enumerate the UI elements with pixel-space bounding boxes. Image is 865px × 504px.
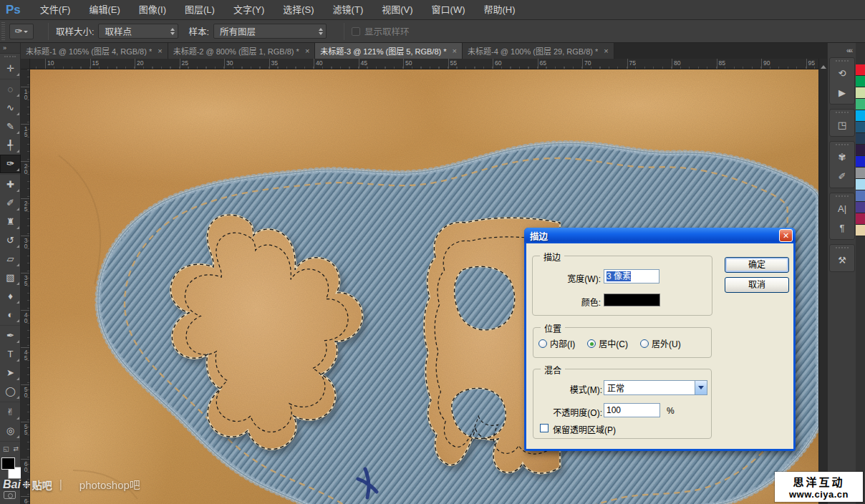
- color-swatch-8[interactable]: [856, 156, 865, 168]
- color-swatch-12[interactable]: [856, 202, 865, 213]
- document-tab-3[interactable]: 未标题-3 @ 121% (图层 5, RGB/8) *×: [315, 43, 463, 59]
- foreground-color-swatch[interactable]: [1, 457, 15, 470]
- zoom-tool[interactable]: ◎: [0, 422, 21, 440]
- menu-item-6[interactable]: 滤镜(T): [324, 0, 373, 20]
- color-swatch-3[interactable]: [856, 99, 865, 110]
- preserve-transparency-label: 保留透明区域(P): [553, 423, 616, 435]
- color-swatch-7[interactable]: [856, 145, 865, 156]
- color-swatch-2[interactable]: [856, 87, 865, 99]
- menu-item-0[interactable]: 文件(F): [31, 0, 80, 20]
- color-swatch-1[interactable]: [856, 76, 865, 87]
- ellipse-tool[interactable]: ◯: [0, 382, 21, 401]
- crop-tool[interactable]: ╃: [0, 136, 21, 155]
- preserve-transparency-checkbox[interactable]: [540, 424, 549, 432]
- lasso-tool[interactable]: ∿: [0, 99, 21, 117]
- show-sampling-ring-label: 显示取样环: [364, 24, 410, 38]
- tab-close-icon[interactable]: ×: [604, 47, 608, 55]
- swap-colors-icon[interactable]: ⇄: [13, 445, 19, 452]
- position-radio-0[interactable]: 内部(I): [538, 337, 575, 349]
- eraser-tool[interactable]: ▱: [0, 250, 21, 268]
- color-swatch-5[interactable]: [856, 122, 865, 133]
- chevron-down-icon: [24, 31, 28, 35]
- menu-item-9[interactable]: 帮助(H): [475, 0, 525, 20]
- hand-tool[interactable]: ✌: [0, 403, 21, 422]
- marquee-tool[interactable]: ◌: [0, 80, 21, 99]
- position-group: 位置 内部(I)居中(C)居外(U): [533, 327, 712, 358]
- tool-presets-panel-icon[interactable]: ⚒: [830, 251, 854, 270]
- quick-mask-button[interactable]: [4, 491, 16, 499]
- ok-button[interactable]: 确定: [725, 257, 789, 273]
- history-panel-icon[interactable]: ⟲: [830, 64, 854, 83]
- document-tab-1[interactable]: 未标题-1 @ 105% (图层 4, RGB/8) *×: [21, 43, 168, 59]
- path-selection-tool[interactable]: ➤: [0, 364, 21, 382]
- position-radio-2[interactable]: 居外(U): [640, 337, 681, 349]
- actions-panel-icon[interactable]: ▶: [830, 83, 854, 102]
- gradient-tool[interactable]: ▧: [0, 268, 21, 287]
- blend-mode-select[interactable]: 正常: [604, 380, 707, 395]
- ruler-tick: [135, 59, 135, 69]
- move-tool[interactable]: ✛: [0, 59, 21, 78]
- pen-tool[interactable]: ✒: [0, 326, 21, 345]
- dialog-close-button[interactable]: ✕: [779, 229, 793, 242]
- stroke-color-swatch[interactable]: [604, 294, 660, 306]
- ruler-label: 75: [629, 59, 636, 67]
- sample-select[interactable]: 所有图层: [213, 24, 327, 39]
- ruler-tick: [314, 59, 314, 69]
- character-panel-icon[interactable]: A|: [830, 199, 854, 218]
- menu-item-3[interactable]: 图层(L): [175, 0, 224, 20]
- dock-collapse-button[interactable]: ««: [846, 47, 851, 54]
- tab-label: 未标题-3 @ 121% (图层 5, RGB/8) *: [320, 45, 446, 57]
- document-tab-2[interactable]: 未标题-2 @ 800% (图层 1, RGB/8) *×: [168, 43, 316, 59]
- tab-close-icon[interactable]: ×: [158, 47, 162, 55]
- color-swatch-9[interactable]: [856, 168, 865, 179]
- tools-panel: » ✛◌∿✎╃✑✚✐♜↺▱▧♦◐✒T➤◯✌◎ ◱ ⇄: [0, 43, 21, 504]
- ruler-label: 50: [405, 59, 412, 67]
- history-brush-tool[interactable]: ↺: [0, 231, 21, 250]
- tab-close-icon[interactable]: ×: [453, 47, 457, 55]
- chevron-down-icon[interactable]: [695, 381, 707, 394]
- toolbar-collapse-button[interactable]: »: [0, 43, 20, 54]
- blur-tool[interactable]: ♦: [0, 287, 21, 306]
- 3d-panel-icon[interactable]: ◳: [830, 115, 854, 135]
- ruler-tick: [21, 496, 30, 497]
- position-group-legend: 位置: [541, 322, 565, 334]
- menu-item-8[interactable]: 窗口(W): [422, 0, 475, 20]
- brush-panel-icon[interactable]: ✐: [830, 167, 854, 186]
- default-colors-icon[interactable]: ◱: [3, 445, 9, 452]
- cancel-button[interactable]: 取消: [725, 277, 789, 293]
- color-swatch-14[interactable]: [856, 225, 865, 236]
- menu-item-4[interactable]: 文字(Y): [224, 0, 274, 20]
- scroll-up-icon[interactable]: [821, 62, 826, 69]
- paragraph-panel-icon[interactable]: ¶: [830, 218, 854, 238]
- color-swatch-11[interactable]: [856, 190, 865, 202]
- menu-item-1[interactable]: 编辑(E): [79, 0, 129, 20]
- opacity-input[interactable]: 100: [604, 403, 660, 417]
- brush-tool[interactable]: ✐: [0, 194, 21, 213]
- color-swatch-0[interactable]: [856, 64, 865, 76]
- menu-item-2[interactable]: 图像(I): [130, 0, 175, 20]
- radio-icon: [640, 339, 649, 348]
- clone-stamp-tool[interactable]: ♜: [0, 213, 21, 231]
- position-radio-1[interactable]: 居中(C): [587, 337, 628, 349]
- vertical-scrollbar[interactable]: [818, 59, 827, 504]
- color-swatch-10[interactable]: [856, 179, 865, 190]
- eyedropper-tool[interactable]: ✑: [0, 155, 21, 173]
- menu-item-5[interactable]: 选择(S): [274, 0, 323, 20]
- menu-item-7[interactable]: 视图(V): [372, 0, 422, 20]
- tab-close-icon[interactable]: ×: [305, 47, 309, 55]
- sample-size-select[interactable]: 取样点: [98, 24, 178, 39]
- eyedropper-tool-preset[interactable]: ✑: [9, 24, 34, 39]
- ruler-label: 40: [22, 311, 29, 323]
- stroke-width-input[interactable]: 3 像素: [604, 269, 659, 284]
- spot-healing-tool[interactable]: ✚: [0, 175, 21, 194]
- color-swatch-6[interactable]: [856, 133, 865, 145]
- brush-presets-panel-icon[interactable]: ✾: [830, 147, 854, 167]
- show-sampling-ring-checkbox[interactable]: [352, 27, 360, 36]
- color-swatch-4[interactable]: [856, 110, 865, 122]
- quick-selection-tool[interactable]: ✎: [0, 117, 21, 136]
- color-swatch-13[interactable]: [856, 213, 865, 225]
- document-tab-4[interactable]: 未标题-4 @ 100% (图层 29, RGB/8) *×: [463, 43, 614, 59]
- type-tool[interactable]: T: [0, 345, 21, 364]
- dodge-tool[interactable]: ◐: [0, 306, 21, 324]
- dialog-titlebar[interactable]: 描边 ✕: [524, 228, 796, 243]
